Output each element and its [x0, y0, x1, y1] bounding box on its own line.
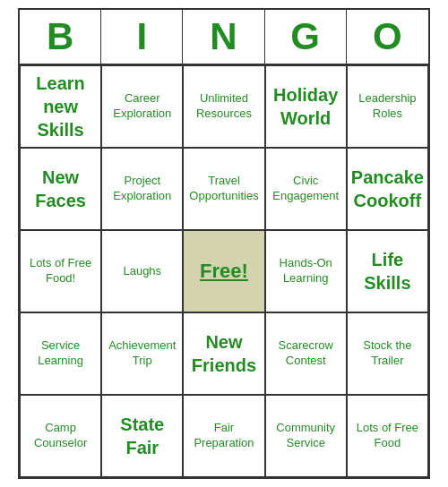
cell-text: New Friends	[187, 330, 260, 377]
cell-text: Travel Opportunities	[187, 174, 260, 204]
bingo-cell-4-3: Community Service	[265, 395, 347, 477]
bingo-cell-4-4: Lots of Free Food	[347, 395, 428, 477]
cell-text: Fair Preparation	[187, 421, 260, 451]
bingo-card: BINGO Learn new SkillsCareer Exploration…	[18, 8, 430, 479]
bingo-letter-b: B	[20, 10, 101, 64]
cell-text: Unlimited Resources	[187, 91, 260, 122]
bingo-cell-1-2: Travel Opportunities	[183, 148, 264, 230]
cell-text: Community Service	[270, 421, 342, 451]
bingo-cell-2-3: Hands-On Learning	[265, 230, 347, 312]
bingo-letter-i: I	[101, 10, 183, 64]
bingo-cell-0-2: Unlimited Resources	[183, 65, 264, 148]
bingo-cell-0-1: Career Exploration	[101, 65, 183, 148]
bingo-cell-2-1: Laughs	[101, 230, 183, 312]
bingo-cell-0-4: Leadership Roles	[347, 65, 428, 148]
bingo-cell-2-4: Life Skills	[347, 230, 428, 312]
bingo-cell-3-4: Stock the Trailer	[347, 312, 428, 395]
bingo-cell-1-4: Pancake Cookoff	[347, 148, 428, 230]
bingo-cell-4-2: Fair Preparation	[183, 395, 264, 477]
bingo-cell-3-0: Service Learning	[20, 312, 101, 395]
bingo-cell-1-1: Project Exploration	[101, 148, 183, 230]
bingo-letter-g: G	[265, 10, 347, 64]
cell-text: Career Exploration	[106, 91, 178, 122]
bingo-letter-n: N	[183, 10, 264, 64]
cell-text: Learn new Skills	[24, 72, 97, 141]
bingo-header: BINGO	[20, 10, 428, 65]
cell-text: Stock the Trailer	[351, 338, 424, 369]
cell-text: Laughs	[123, 264, 161, 279]
bingo-grid: Learn new SkillsCareer ExplorationUnlimi…	[20, 65, 428, 477]
cell-text: Scarecrow Contest	[270, 338, 342, 369]
cell-text: Leadership Roles	[351, 91, 424, 122]
cell-text: Hands-On Learning	[270, 256, 342, 286]
cell-text: Life Skills	[351, 248, 424, 295]
cell-text: Civic Engagement	[270, 174, 342, 204]
bingo-cell-1-3: Civic Engagement	[265, 148, 347, 230]
cell-text: Service Learning	[24, 338, 97, 369]
bingo-letter-o: O	[347, 10, 428, 64]
cell-text: Project Exploration	[106, 174, 178, 204]
cell-text: Free!	[200, 259, 248, 285]
bingo-cell-3-2: New Friends	[183, 312, 264, 395]
cell-text: State Fair	[106, 413, 178, 459]
bingo-cell-0-3: Holiday World	[265, 65, 347, 148]
bingo-cell-0-0: Learn new Skills	[20, 65, 101, 148]
bingo-cell-3-1: Achievement Trip	[101, 312, 183, 395]
bingo-cell-4-0: Camp Counselor	[20, 395, 101, 477]
cell-text: Pancake Cookoff	[351, 166, 424, 212]
cell-text: Lots of Free Food	[351, 421, 424, 451]
cell-text: Camp Counselor	[24, 421, 97, 451]
cell-text: New Faces	[24, 166, 97, 212]
bingo-cell-3-3: Scarecrow Contest	[265, 312, 347, 395]
cell-text: Lots of Free Food!	[24, 256, 97, 286]
cell-text: Achievement Trip	[106, 338, 178, 369]
bingo-cell-2-0: Lots of Free Food!	[20, 230, 101, 312]
cell-text: Holiday World	[270, 83, 342, 130]
bingo-cell-1-0: New Faces	[20, 148, 101, 230]
bingo-cell-2-2: Free!	[183, 230, 264, 312]
bingo-cell-4-1: State Fair	[101, 395, 183, 477]
